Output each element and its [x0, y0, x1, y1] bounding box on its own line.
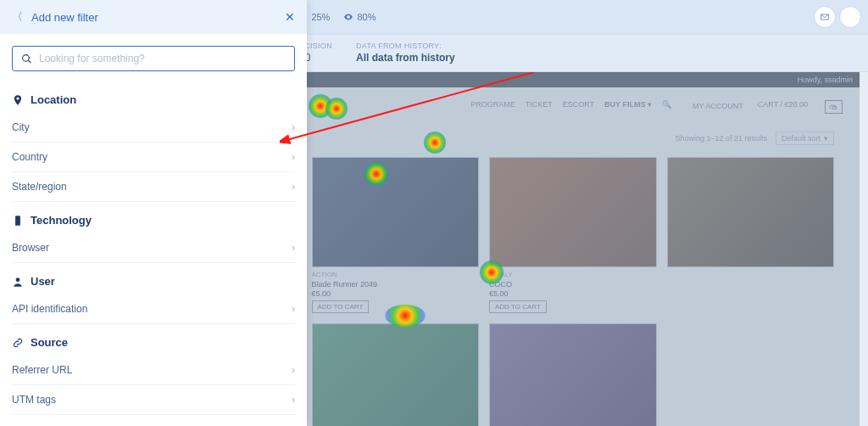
mail-button[interactable] [814, 6, 836, 28]
section-location: Location [12, 87, 295, 113]
sort-dropdown[interactable]: Default sort ▾ [776, 132, 834, 145]
svg-point-6 [16, 277, 20, 282]
phone-icon [12, 215, 24, 227]
pin-icon [12, 94, 24, 106]
filter-api-identification[interactable]: API identification› [12, 294, 295, 324]
panel-title: Add new filter [31, 11, 98, 24]
visibility-control[interactable]: 80% [338, 6, 381, 28]
panel-back-button[interactable]: 〈 [12, 9, 23, 25]
filter-search[interactable] [12, 46, 295, 71]
user-icon [12, 276, 24, 288]
filter-browser[interactable]: Browser› [12, 233, 295, 263]
section-technology: Technology [12, 207, 295, 233]
filter-referrer-url[interactable]: Referrer URL› [12, 356, 295, 385]
panel-close-button[interactable]: ✕ [285, 10, 295, 24]
link-icon [12, 337, 24, 349]
svg-rect-5 [15, 216, 20, 226]
filter-utm-tags[interactable]: UTM tags› [12, 385, 295, 415]
search-icon [21, 53, 32, 64]
section-user: User [12, 268, 295, 294]
filter-search-input[interactable] [39, 53, 286, 64]
add-filter-panel: 〈 Add new filter ✕ Location City› Countr… [0, 0, 307, 426]
section-events: Events [12, 420, 295, 426]
filter-state-region[interactable]: State/region› [12, 172, 295, 202]
stat-history: DATA FROM HISTORY: All data from history [356, 42, 455, 64]
filter-city[interactable]: City› [12, 113, 295, 143]
result-count: Showing 1–12 of 21 results [675, 134, 767, 143]
filter-country[interactable]: Country› [12, 143, 295, 172]
extra-button[interactable] [839, 6, 861, 28]
section-source: Source [12, 329, 295, 356]
